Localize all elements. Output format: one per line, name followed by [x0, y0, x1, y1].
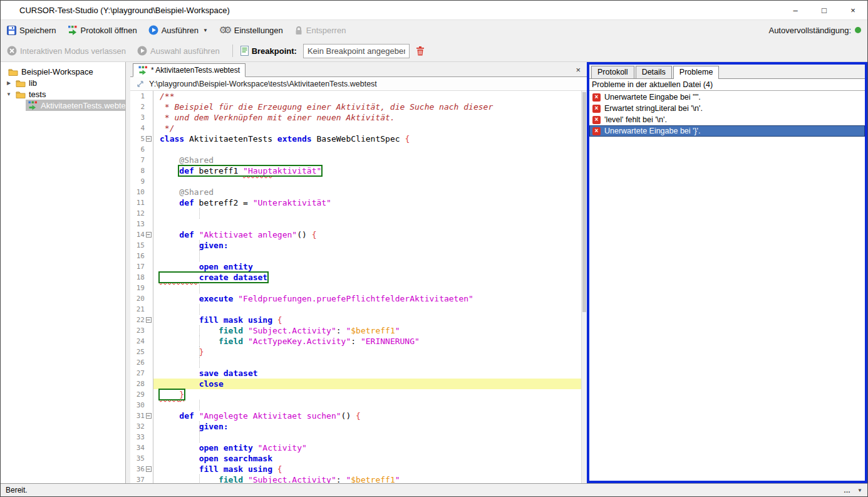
editor-tab[interactable]: * AktivitaetenTests.webtest: [133, 63, 245, 77]
code-line-text[interactable]: close: [153, 379, 587, 389]
run-dropdown-caret-icon[interactable]: ▼: [203, 28, 208, 33]
problem-item[interactable]: ×Unerwartete Eingabe bei '}'.: [589, 125, 865, 137]
code-token: [160, 369, 199, 378]
code-line-text[interactable]: [153, 219, 587, 229]
editor-close-button[interactable]: ×: [576, 66, 581, 74]
lock-icon: [294, 26, 303, 35]
expander-closed-icon[interactable]: ▶: [4, 80, 13, 86]
delete-breakpoint-button[interactable]: [416, 46, 425, 56]
code-line-text[interactable]: * Beispiel für die Erzeugung einer Aktiv…: [153, 102, 587, 112]
code-token: [160, 273, 199, 282]
code-line: 2 * Beispiel für die Erzeugung einer Akt…: [130, 102, 587, 112]
expander-open-icon[interactable]: ▼: [4, 92, 13, 97]
code-token: def: [179, 198, 194, 207]
code-line-text[interactable]: @Shared: [153, 187, 587, 197]
code-line-text[interactable]: */: [153, 123, 587, 133]
tree-item[interactable]: ▼tests: [1, 88, 125, 100]
main-toolbar: Speichern Protokoll öffnen Ausführen ▼ ⚙…: [1, 19, 867, 40]
code-line-text[interactable]: given:: [153, 421, 587, 432]
editor-gutter: 29: [130, 389, 153, 400]
code-line-text[interactable]: [153, 251, 587, 261]
code-line-text[interactable]: class AktivitaetenTests extends BaseWebC…: [153, 133, 587, 144]
line-number: 34: [137, 442, 145, 453]
code-line-text[interactable]: field "Subject.Activity": "$betreff1": [153, 474, 587, 483]
code-line-text[interactable]: @Shared: [153, 155, 587, 165]
code-line-text[interactable]: save dataset: [153, 368, 587, 379]
save-button[interactable]: Speichern: [7, 26, 56, 35]
code-line-text[interactable]: [153, 357, 587, 368]
minimize-button[interactable]: –: [781, 1, 810, 19]
editor-gutter: 3: [130, 112, 153, 123]
code-token: AktivitaetenTests: [184, 134, 277, 144]
code-line-text[interactable]: [153, 304, 587, 315]
problem-text: Unerwartete Eingabe bei '"'.: [604, 93, 701, 102]
fold-marker-icon[interactable]: −: [146, 466, 152, 472]
code-line-text[interactable]: open entity "Activity": [153, 442, 587, 453]
code-line-text[interactable]: create dataset: [153, 272, 587, 283]
run-selection-button[interactable]: Auswahl ausführen: [137, 46, 220, 56]
code-line-text[interactable]: }: [153, 389, 587, 400]
overflow-caret-icon[interactable]: ▼: [857, 488, 862, 493]
code-line-text[interactable]: * und dem Verknüpfen mit einer neuen Akt…: [153, 112, 587, 123]
code-line-text[interactable]: def betreff1 "Hauptaktivität": [153, 165, 587, 176]
code-line-text[interactable]: def "Aktitivaet anlegen"() {: [153, 229, 587, 240]
code-line-text[interactable]: [153, 176, 587, 187]
tab-probleme[interactable]: Probleme: [673, 66, 720, 79]
overflow-dots-icon[interactable]: …: [844, 486, 851, 494]
tree-item-label: Beispiel-Workspace: [21, 67, 93, 76]
autocomplete-label: Autovervollständigung:: [768, 26, 851, 35]
code-line-text[interactable]: def "Angelegte Aktivitaet suchen"() {: [153, 411, 587, 421]
code-line-text[interactable]: open entity: [153, 261, 587, 272]
code-line: 24 field "ActTypeKey.Activity": "ERINNER…: [130, 336, 587, 347]
code-line-text[interactable]: }: [153, 347, 587, 357]
close-button[interactable]: ×: [839, 1, 867, 19]
code-line-text[interactable]: open searchmask: [153, 453, 587, 464]
breakpoint-group: Breakpoint:: [240, 46, 297, 56]
code-line-text[interactable]: [153, 432, 587, 442]
open-log-button[interactable]: Protokoll öffnen: [68, 25, 137, 35]
run-button[interactable]: Ausführen ▼: [148, 25, 208, 35]
code-line-text[interactable]: field "ActTypeKey.Activity": "ERINNERUNG…: [153, 336, 587, 347]
leave-interactive-mode-button[interactable]: Interaktiven Modus verlassen: [7, 46, 126, 56]
code-line-text[interactable]: field "Subject.Activity": "$betreff1": [153, 325, 587, 336]
code-line-text[interactable]: /**: [153, 91, 587, 102]
tree-item[interactable]: Beispiel-Workspace: [1, 66, 125, 77]
code-line-text[interactable]: given:: [153, 240, 587, 251]
problem-item[interactable]: ×Unerwartete Eingabe bei '"'.: [589, 92, 865, 103]
maximize-button[interactable]: □: [810, 1, 839, 19]
code-line-text[interactable]: [153, 208, 587, 219]
code-editor[interactable]: 1/**2 * Beispiel für die Erzeugung einer…: [130, 91, 587, 483]
code-line-text[interactable]: [153, 400, 587, 411]
code-line-text[interactable]: [153, 283, 587, 293]
problem-item[interactable]: ×Erwartet stringLiteral bei '\n'.: [589, 103, 865, 114]
scrollbar-thumb[interactable]: [582, 92, 586, 312]
tree-item[interactable]: AktivitaetenTests.webtest: [1, 100, 125, 111]
panel-splitter[interactable]: [126, 62, 130, 483]
indent-guide: [199, 347, 200, 357]
tab-details[interactable]: Details: [636, 66, 672, 78]
fold-marker-icon[interactable]: −: [146, 413, 152, 419]
code-line-text[interactable]: fill mask using {: [153, 315, 587, 325]
autocomplete-status-dot: [855, 27, 861, 33]
code-token: [160, 166, 179, 175]
code-line-text[interactable]: def betreff2 = "Unteraktivität": [153, 197, 587, 208]
problem-item[interactable]: ×'level' fehlt bei '\n'.: [589, 114, 865, 125]
code-token: field: [219, 326, 243, 335]
fold-marker-icon[interactable]: −: [146, 232, 152, 238]
fold-marker-icon[interactable]: −: [146, 136, 152, 142]
code-line-text[interactable]: fill mask using {: [153, 464, 587, 474]
breakpoint-input[interactable]: [303, 44, 410, 58]
tab-protokoll[interactable]: Protokoll: [591, 66, 634, 78]
code-line: 13: [130, 219, 587, 229]
editor-scrollbar[interactable]: [581, 91, 587, 483]
line-number: 9: [140, 176, 145, 187]
fold-marker-icon[interactable]: −: [146, 317, 152, 323]
settings-button[interactable]: ⚙⚙ Einstellungen: [219, 24, 283, 36]
code-token: (): [297, 230, 311, 239]
code-line-text[interactable]: [153, 144, 587, 155]
problem-text: Unerwartete Eingabe bei '}'.: [604, 127, 700, 135]
unlock-button[interactable]: Entsperren: [294, 26, 346, 35]
tree-item[interactable]: ▶lib: [1, 77, 125, 88]
code-line: 14− def "Aktitivaet anlegen"() {: [130, 229, 587, 240]
code-line-text[interactable]: execute "Feldpruefungen.pruefePflichtfel…: [153, 293, 587, 304]
